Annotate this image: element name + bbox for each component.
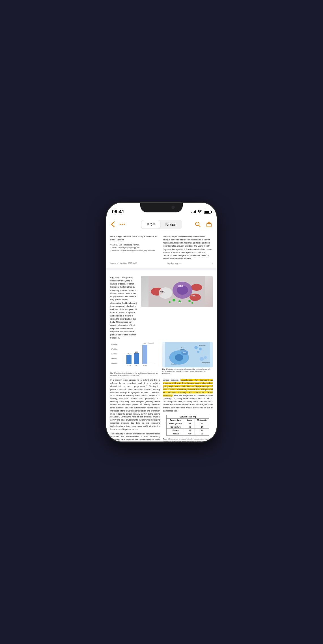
col-local: Local <box>185 418 195 422</box>
signal-bar-4 <box>195 210 196 213</box>
svg-text:2008: 2008 <box>127 365 131 366</box>
col-metastatic: Metastatic <box>195 418 209 422</box>
svg-text:CTC: CTC <box>178 285 183 287</box>
table-row: Prostate>9931 <box>166 432 209 435</box>
table-row: Breast (female)9927 <box>166 422 209 425</box>
toolbar-left <box>111 221 141 228</box>
svg-rect-29 <box>134 353 139 364</box>
more-button[interactable] <box>119 221 126 228</box>
svg-point-44 <box>199 348 202 350</box>
figure3-caption: Fig. 3 Pathways to secretion of extracel… <box>162 368 213 375</box>
battery-icon <box>204 210 211 214</box>
figure3-container: MVB Exosomes Microvesicles <box>162 342 213 377</box>
svg-point-43 <box>194 346 198 349</box>
svg-point-17 <box>191 302 193 304</box>
svg-text:11 million: 11 million <box>111 353 117 355</box>
svg-text:14,1: 14,1 <box>135 351 138 353</box>
svg-text:EV: EV <box>179 301 182 303</box>
svg-point-40 <box>175 354 183 361</box>
svg-text:0 million: 0 million <box>111 363 117 364</box>
share-button[interactable] <box>206 221 212 227</box>
svg-text:Exosomes: Exosomes <box>199 344 206 346</box>
tab-notes[interactable]: Notes <box>160 220 181 229</box>
svg-text:22 million: 22 million <box>111 343 117 345</box>
signal-bar-1 <box>191 212 192 213</box>
svg-text:12,7: 12,7 <box>128 353 131 355</box>
svg-point-48 <box>204 356 207 359</box>
svg-text:2030: 2030 <box>143 365 147 366</box>
charts-section: 22 million 17 million 11 million 6 milli… <box>110 342 213 377</box>
table-row: Colorectum9014 <box>166 425 209 428</box>
svg-point-0 <box>120 224 121 225</box>
svg-point-45 <box>197 351 199 353</box>
svg-text:22: 22 <box>144 343 146 344</box>
page1-left-text: tellus integer. Habitant morbi tristique… <box>110 235 160 242</box>
table1-caption: Table 1 Comparison of survival rates for… <box>163 438 213 441</box>
svg-text:MVB: MVB <box>183 352 186 354</box>
signal-bars-icon <box>191 210 196 213</box>
svg-rect-31 <box>142 345 147 364</box>
signal-bar-2 <box>193 212 193 213</box>
svg-text:Cytoplasm: Cytoplasm <box>171 363 177 365</box>
pdf-page-2: Fig. 1 Fig. 1 Diagnosing disease by anal… <box>106 270 217 441</box>
tab-switcher: PDF Notes <box>141 220 182 229</box>
footnotes: * Laminar Lab, Randaberg, Norway. ° E-ma… <box>110 244 160 252</box>
svg-point-13 <box>173 299 175 301</box>
body-text-left-2: The discovery of cancer biomarkers in pe… <box>110 432 160 441</box>
svg-point-8 <box>191 284 202 291</box>
journal-footer: Journal of Highlights, 2020, Vol 1 highl… <box>110 262 213 264</box>
body-text-section: If a primary tumor spreads to a distant … <box>110 379 213 441</box>
phone-frame: 09:41 <box>106 203 217 441</box>
body-text-left: If a primary tumor spreads to a distant … <box>110 379 160 431</box>
svg-text:Endosome: Endosome <box>180 348 185 350</box>
toolbar: PDF Notes <box>106 217 217 232</box>
figure1-section: Fig. 1 Fig. 1 Diagnosing disease by anal… <box>110 276 213 340</box>
figure3-image: MVB Exosomes Microvesicles <box>162 342 213 367</box>
svg-text:17 million: 17 million <box>111 348 117 350</box>
svg-text:Microvesicles: Microvesicles <box>202 362 210 363</box>
svg-text:WBC: WBC <box>160 291 165 293</box>
svg-text:6 million: 6 million <box>111 358 117 359</box>
svg-text:2012: 2012 <box>135 365 138 366</box>
pdf-page-1: tellus integer. Habitant morbi tristique… <box>106 232 217 268</box>
figure1-image: CTC WBC RBC EV <box>141 276 213 307</box>
status-time: 09:41 <box>112 209 124 215</box>
page1-right-text: fames ac turpis. Pellentesque habitant m… <box>163 235 213 260</box>
table-title: Survival Rate (%) <box>166 415 209 418</box>
body-text-right: vanced cancers. Nevertheless, they repre… <box>163 379 213 412</box>
notch <box>140 203 183 212</box>
phone-screen: 09:41 <box>106 203 217 441</box>
svg-point-16 <box>169 301 171 303</box>
svg-text:Projected: Projected <box>148 342 154 344</box>
svg-point-15 <box>188 300 191 302</box>
search-button[interactable] <box>195 221 201 227</box>
svg-point-1 <box>122 224 123 225</box>
svg-rect-27 <box>126 355 132 364</box>
tab-pdf[interactable]: PDF <box>141 220 160 229</box>
status-icons <box>191 210 211 214</box>
camera-dot <box>171 206 175 209</box>
svg-point-2 <box>124 224 125 225</box>
col-cancer-type: Cancer type <box>166 418 185 422</box>
survival-table: Survival Rate (%) Cancer type Local Meta… <box>166 415 209 436</box>
svg-point-47 <box>200 357 204 361</box>
highlight-yellow-text: Nevertheless, they represent an importan… <box>163 379 213 396</box>
figure2-caption: Fig. 2 Total number of deaths in the wor… <box>110 372 160 377</box>
svg-line-4 <box>199 225 201 227</box>
svg-point-10 <box>159 287 172 299</box>
wifi-icon <box>197 210 202 214</box>
signal-bar-3 <box>194 211 195 213</box>
bar-chart-container: 22 million 17 million 11 million 6 milli… <box>110 342 160 377</box>
toolbar-right <box>182 221 212 227</box>
battery-fill <box>204 211 210 213</box>
svg-text:RBC: RBC <box>191 294 197 297</box>
back-button[interactable] <box>111 221 115 227</box>
table-row: Kidney9312 <box>166 428 209 432</box>
figure1-caption: Fig. 1 Fig. 1 Diagnosing disease by anal… <box>110 276 139 340</box>
content-area[interactable]: tellus integer. Habitant morbi tristique… <box>106 232 217 441</box>
